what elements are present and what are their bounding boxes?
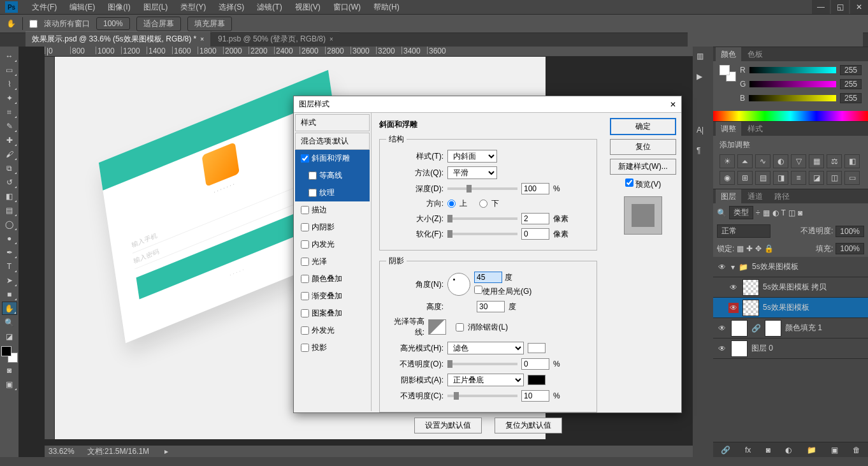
pat-overlay-item[interactable]: 图案叠加 [295,305,370,322]
tab-styles[interactable]: 样式 [742,122,768,136]
filter-kind-select[interactable]: 类型 [729,206,753,219]
hl-opacity-slider[interactable] [447,363,517,365]
scroll-all-checkbox[interactable] [29,20,38,28]
tab-channels[interactable]: 通道 [742,189,768,204]
hand-tool-icon[interactable]: ✋ [6,19,16,28]
adj-gradmap-icon[interactable]: ▭ [844,171,860,185]
move-tool-icon[interactable]: ↔ [2,49,17,62]
soften-slider[interactable] [447,233,517,235]
visibility-icon[interactable]: 👁 [728,303,739,313]
reset-default-button[interactable]: 复位为默认值 [495,418,562,433]
altitude-input[interactable] [477,301,505,312]
size-input[interactable] [521,213,549,224]
wand-tool-icon[interactable]: ✦ [2,91,17,105]
link-layers-icon[interactable]: 🔗 [721,446,730,455]
menu-view[interactable]: 视图(V) [289,1,327,14]
satin-item[interactable]: 光泽 [295,253,370,270]
adj-select-icon[interactable]: ◫ [827,171,842,185]
adj-hue-icon[interactable]: ▦ [809,154,824,168]
depth-slider[interactable] [447,187,517,190]
dialog-close-icon[interactable]: ✕ [670,100,676,109]
b-slider[interactable] [749,95,836,101]
filter-shape-icon[interactable]: ◫ [788,208,795,217]
global-light-checkbox[interactable] [474,286,482,294]
type-tool-icon[interactable]: T [2,259,17,273]
menu-filter[interactable]: 滤镜(T) [250,1,288,14]
cancel-button[interactable]: 复位 [610,139,676,155]
texture-item[interactable]: 纹理 [295,184,370,201]
marquee-tool-icon[interactable]: ▭ [2,63,17,76]
adj-photo-icon[interactable]: ◉ [720,171,735,185]
history-brush-icon[interactable]: ↺ [2,175,17,189]
chevron-right-icon[interactable]: ▸ [164,447,168,456]
dodge-tool-icon[interactable]: ● [2,231,17,245]
adj-thresh-icon[interactable]: ◪ [809,171,824,185]
adj-lookup-icon[interactable]: ▤ [755,171,770,185]
fg-bg-swatch[interactable] [1,346,18,363]
shadow-mode-select[interactable]: 正片叠底 [447,374,524,386]
tab-swatches[interactable]: 色板 [742,47,768,62]
pen-tool-icon[interactable]: ✒ [2,245,17,259]
folder-toggle-icon[interactable]: ▾ [731,263,735,272]
highlight-mode-select[interactable]: 滤色 [447,342,524,354]
stamp-tool-icon[interactable]: ⧉ [2,161,17,175]
quickmask-icon[interactable]: ◙ [2,363,17,377]
bevel-item[interactable]: 斜面和浮雕 [295,150,370,167]
style-select[interactable]: 内斜面 [447,150,497,163]
inner-shadow-item[interactable]: 内阴影 [295,219,370,236]
contour-item[interactable]: 等高线 [295,167,370,184]
adj-brightness-icon[interactable]: ☀ [720,154,735,168]
menu-help[interactable]: 帮助(H) [367,1,406,14]
menu-select[interactable]: 选择(S) [212,1,250,14]
angle-input[interactable] [474,272,502,283]
styles-header[interactable]: 样式 [295,114,370,131]
fx-icon[interactable]: fx [745,446,751,455]
adj-mixer-icon[interactable]: ⊞ [737,171,753,185]
angle-dial[interactable] [447,273,470,296]
visibility-icon[interactable]: 👁 [717,323,727,333]
eyedropper-tool-icon[interactable]: ✎ [2,119,17,133]
layer-row[interactable]: 👁图层 0 [713,339,868,359]
zoom-tool-icon[interactable]: 🔍 [2,316,17,329]
outer-glow-item[interactable]: 外发光 [295,322,370,339]
visibility-icon[interactable]: 👁 [717,344,727,354]
make-default-button[interactable]: 设置为默认值 [414,418,482,433]
size-slider[interactable] [447,217,517,220]
new-style-button[interactable]: 新建样式(W)... [610,159,676,175]
char-panel-icon[interactable]: A| [697,126,709,138]
g-value[interactable]: 255 [840,79,862,89]
spectrum-bar[interactable] [713,111,868,121]
filter-smart-icon[interactable]: ◙ [798,208,802,217]
adj-exposure-icon[interactable]: ◐ [773,154,788,168]
layer-row[interactable]: 👁5s效果图模板 [713,298,868,318]
filter-type-icon[interactable]: T [781,208,786,217]
brush-tool-icon[interactable]: 🖌 [2,147,17,161]
adj-levels-icon[interactable]: ⏶ [737,154,753,168]
ok-button[interactable]: 确定 [610,118,676,135]
adj-curves-icon[interactable]: ∿ [755,154,770,168]
gradient-tool-icon[interactable]: ▤ [2,203,17,217]
technique-select[interactable]: 平滑 [447,166,497,179]
tab-adjust[interactable]: 调整 [716,122,741,136]
g-slider[interactable] [749,81,836,87]
path-select-icon[interactable]: ➤ [2,273,17,287]
lock-pixel-icon[interactable]: ✥ [755,244,762,253]
lock-all-icon[interactable]: ▦ [737,244,744,253]
dialog-titlebar[interactable]: 图层样式 ✕ [294,96,681,113]
history-panel-icon[interactable]: ▥ [697,52,709,64]
mask-icon[interactable]: ◙ [766,446,770,455]
menu-image[interactable]: 图像(I) [101,1,136,14]
stroke-item[interactable]: 描边 [295,201,370,219]
menu-edit[interactable]: 编辑(E) [63,1,101,14]
layer-row[interactable]: 👁▾📁5s效果图模板 [713,257,868,277]
edit-mode-icon[interactable]: ◪ [2,330,17,343]
layer-row[interactable]: 👁5s效果图模板 拷贝 [713,277,868,298]
dir-up-radio[interactable] [447,200,456,208]
antialias-checkbox[interactable] [456,323,464,331]
adj-bw-icon[interactable]: ◧ [844,154,860,168]
lock-pos-icon[interactable]: ✚ [746,244,753,253]
visibility-icon[interactable]: 👁 [717,262,727,272]
maximize-icon[interactable]: ◱ [831,0,849,14]
lasso-tool-icon[interactable]: ⌇ [2,77,17,91]
depth-input[interactable] [521,183,549,194]
